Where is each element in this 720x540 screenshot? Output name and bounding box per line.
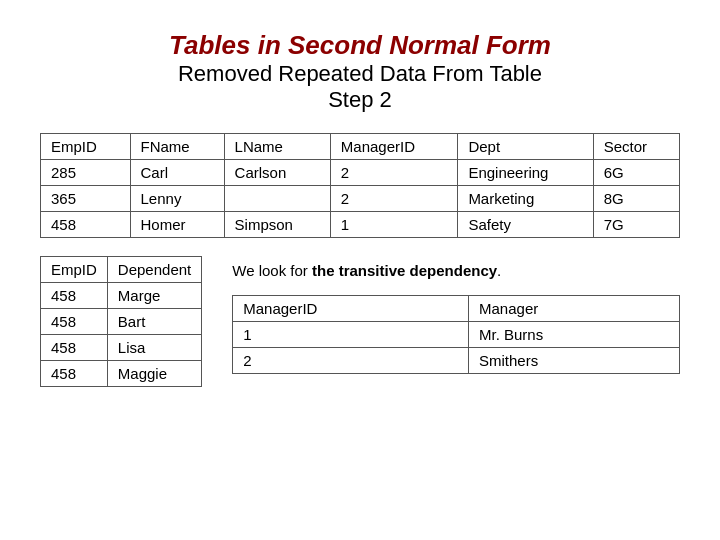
manager-body: 1Mr. Burns2Smithers	[233, 322, 680, 374]
table-cell: Marge	[107, 283, 201, 309]
emp-dep-header: EmpIDDependent	[41, 257, 202, 283]
main-table-header-cell: LName	[224, 134, 330, 160]
transitive-prefix: We look for	[232, 262, 312, 279]
table-cell: Lenny	[130, 186, 224, 212]
table-row: 2Smithers	[233, 348, 680, 374]
right-content: We look for the transitive dependency. M…	[232, 256, 680, 374]
table-cell: 458	[41, 335, 108, 361]
transitive-bold: the transitive dependency	[312, 262, 497, 279]
table-cell: 6G	[593, 160, 679, 186]
table-cell: Mr. Burns	[469, 322, 680, 348]
transitive-note: We look for the transitive dependency.	[232, 256, 680, 279]
table-cell: 7G	[593, 212, 679, 238]
table-cell: 458	[41, 361, 108, 387]
table-cell: 458	[41, 212, 131, 238]
table-cell: 1	[233, 322, 469, 348]
manager-header: ManagerIDManager	[233, 296, 680, 322]
manager-header-cell: ManagerID	[233, 296, 469, 322]
emp-dep-header-cell: Dependent	[107, 257, 201, 283]
transitive-suffix: .	[497, 262, 501, 279]
table-cell	[224, 186, 330, 212]
table-cell: 8G	[593, 186, 679, 212]
table-cell: Lisa	[107, 335, 201, 361]
main-table-header: EmpIDFNameLNameManagerIDDeptSector	[41, 134, 680, 160]
table-row: 458Maggie	[41, 361, 202, 387]
table-cell: Engineering	[458, 160, 593, 186]
table-cell: Safety	[458, 212, 593, 238]
table-cell: Maggie	[107, 361, 201, 387]
main-table-header-cell: ManagerID	[330, 134, 458, 160]
table-cell: 365	[41, 186, 131, 212]
table-row: 1Mr. Burns	[233, 322, 680, 348]
title-block: Tables in Second Normal Form Removed Rep…	[169, 30, 551, 113]
emp-dep-body: 458Marge458Bart458Lisa458Maggie	[41, 283, 202, 387]
main-table-header-cell: FName	[130, 134, 224, 160]
table-cell: 458	[41, 283, 108, 309]
main-table-header-cell: Sector	[593, 134, 679, 160]
title-line3: Step 2	[169, 87, 551, 113]
table-row: 285CarlCarlson2Engineering6G	[41, 160, 680, 186]
emp-dependent-table: EmpIDDependent 458Marge458Bart458Lisa458…	[40, 256, 202, 387]
table-cell: Simpson	[224, 212, 330, 238]
table-row: 458Bart	[41, 309, 202, 335]
main-table-header-cell: EmpID	[41, 134, 131, 160]
table-cell: Marketing	[458, 186, 593, 212]
table-cell: 285	[41, 160, 131, 186]
table-cell: 458	[41, 309, 108, 335]
table-row: 458Lisa	[41, 335, 202, 361]
manager-table: ManagerIDManager 1Mr. Burns2Smithers	[232, 295, 680, 374]
main-table-body: 285CarlCarlson2Engineering6G365Lenny2Mar…	[41, 160, 680, 238]
emp-dep-header-cell: EmpID	[41, 257, 108, 283]
table-cell: 2	[330, 160, 458, 186]
title-line2: Removed Repeated Data From Table	[169, 61, 551, 87]
table-cell: Homer	[130, 212, 224, 238]
table-row: 458HomerSimpson1Safety7G	[41, 212, 680, 238]
bottom-section: EmpIDDependent 458Marge458Bart458Lisa458…	[40, 256, 680, 387]
table-cell: Bart	[107, 309, 201, 335]
manager-header-cell: Manager	[469, 296, 680, 322]
main-table: EmpIDFNameLNameManagerIDDeptSector 285Ca…	[40, 133, 680, 238]
table-cell: 2	[330, 186, 458, 212]
table-cell: Smithers	[469, 348, 680, 374]
table-cell: Carlson	[224, 160, 330, 186]
table-row: 458Marge	[41, 283, 202, 309]
left-bottom: EmpIDDependent 458Marge458Bart458Lisa458…	[40, 256, 202, 387]
table-cell: 1	[330, 212, 458, 238]
table-row: 365Lenny2Marketing8G	[41, 186, 680, 212]
main-table-header-cell: Dept	[458, 134, 593, 160]
table-cell: 2	[233, 348, 469, 374]
table-cell: Carl	[130, 160, 224, 186]
title-line1: Tables in Second Normal Form	[169, 30, 551, 61]
